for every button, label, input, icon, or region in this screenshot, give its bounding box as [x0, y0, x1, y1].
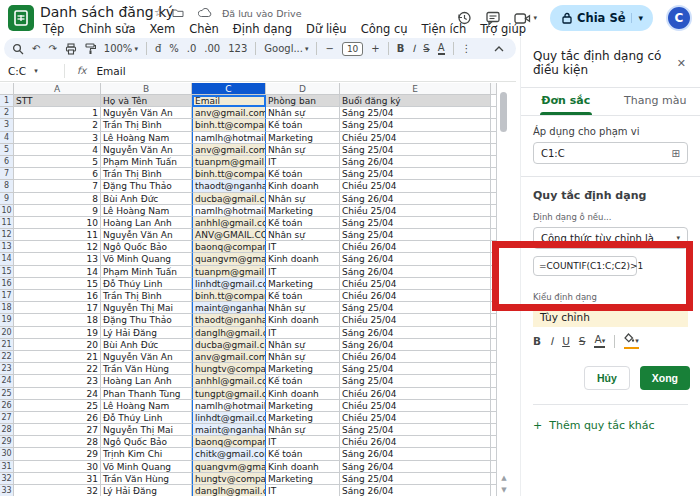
cell[interactable]: Kế toán	[266, 168, 340, 180]
cell[interactable]: Sáng 25/04	[340, 119, 491, 131]
cell[interactable]	[491, 412, 497, 424]
cell[interactable]	[491, 107, 497, 119]
cell[interactable]: Nhân sự	[266, 229, 340, 241]
version-history-icon[interactable]	[456, 10, 472, 26]
cell[interactable]: 32	[14, 485, 101, 496]
cell[interactable]	[491, 193, 497, 205]
row-header-9[interactable]: 9	[0, 193, 14, 205]
cell[interactable]: Ngô Quốc Bảo	[101, 436, 192, 448]
cell[interactable]: 30	[14, 461, 101, 473]
cell[interactable]	[491, 448, 497, 460]
cell[interactable]: 17	[14, 302, 101, 314]
cell[interactable]: Chiều 25/04	[340, 412, 491, 424]
cell[interactable]: 9	[14, 205, 101, 217]
row-header-22[interactable]: 22	[0, 351, 14, 363]
meet-video-icon[interactable]: ▾	[514, 12, 538, 25]
cell[interactable]: 1	[14, 107, 101, 119]
cell[interactable]: Sáng 26/04	[340, 461, 491, 473]
increase-font-size-button[interactable]: +	[371, 43, 379, 54]
row-header-7[interactable]: 7	[0, 168, 14, 180]
bold-button[interactable]: B	[397, 43, 405, 54]
cell[interactable]: ducba@gmail.com	[192, 193, 266, 205]
cell[interactable]: Email	[192, 95, 266, 107]
percent-format-button[interactable]: %	[169, 43, 179, 54]
cell[interactable]: Võ Minh Quang	[101, 461, 192, 473]
cell[interactable]: Nhân sự	[266, 302, 340, 314]
cell[interactable]: Chiều 25/04	[340, 132, 491, 144]
cell[interactable]: tuanpm@gmail.com	[192, 266, 266, 278]
cell[interactable]: Chiều 25/04	[340, 278, 491, 290]
cell[interactable]: binh.tt@company.co	[192, 168, 266, 180]
cancel-button[interactable]: Hủy	[584, 366, 630, 390]
cell[interactable]: Hoàng Lan Anh	[101, 375, 192, 387]
cell[interactable]: Marketing	[266, 132, 340, 144]
cell[interactable]: Chiều 25/04	[340, 180, 491, 192]
cell[interactable]: Chiều 26/04	[340, 290, 491, 302]
print-icon[interactable]	[65, 43, 77, 55]
cell[interactable]	[491, 180, 497, 192]
cell[interactable]: 26	[14, 412, 101, 424]
cell[interactable]: Kế toán	[266, 290, 340, 302]
font-family-select[interactable]: Googl...▾	[264, 43, 308, 54]
row-header-32[interactable]: 32	[0, 473, 14, 485]
cell[interactable]: ducba@gmail.com	[192, 339, 266, 351]
row-header-26[interactable]: 26	[0, 400, 14, 412]
font-size-input[interactable]: 10	[342, 42, 363, 56]
cell[interactable]	[491, 473, 497, 485]
cell[interactable]: IT	[266, 241, 340, 253]
cell[interactable]: Nhân sự	[266, 107, 340, 119]
cell[interactable]: Kế toán	[266, 119, 340, 131]
condition-select[interactable]: Công thức tùy chỉnh là ▾	[533, 227, 688, 249]
cell[interactable]	[491, 302, 497, 314]
cell[interactable]	[491, 266, 497, 278]
cell[interactable]: Sáng 26/04	[340, 253, 491, 265]
cell[interactable]	[491, 217, 497, 229]
cell[interactable]: binh.tt@company.co	[192, 119, 266, 131]
cell[interactable]: STT	[14, 95, 101, 107]
name-box[interactable]: C:C▾	[0, 65, 52, 77]
cell[interactable]: Nguyễn Thị Mai	[101, 302, 192, 314]
cell[interactable]: 4	[14, 144, 101, 156]
scrollbar-thumb[interactable]	[500, 92, 507, 132]
cell[interactable]: 24	[14, 388, 101, 400]
style-strikethrough-button[interactable]: S	[579, 335, 586, 347]
column-header-D[interactable]: D	[266, 83, 340, 95]
cell[interactable]: 6	[14, 168, 101, 180]
cell[interactable]: Buổi đăng ký	[340, 95, 491, 107]
cell[interactable]	[491, 485, 497, 496]
cell[interactable]: baonq@company.co	[192, 436, 266, 448]
increase-decimal-button[interactable]: .00	[204, 43, 220, 54]
row-header-17[interactable]: 17	[0, 290, 14, 302]
cell[interactable]: 18	[14, 314, 101, 326]
range-input[interactable]: C1:C ⊞	[533, 142, 688, 164]
tab-color-scale[interactable]: Thang màu	[611, 88, 700, 115]
cell[interactable]: tungpt@gmail.com	[192, 388, 266, 400]
row-header-33[interactable]: 33	[0, 485, 14, 496]
cell[interactable]: Kinh doanh	[266, 253, 340, 265]
cell[interactable]: Nguyễn Văn An	[101, 107, 192, 119]
currency-format-button[interactable]: đ	[155, 43, 161, 54]
row-header-15[interactable]: 15	[0, 266, 14, 278]
scroll-up-icon[interactable]: ▲	[500, 474, 508, 482]
row-header-10[interactable]: 10	[0, 205, 14, 217]
row-header-27[interactable]: 27	[0, 412, 14, 424]
cell[interactable]: Trần Thị Bình	[101, 168, 192, 180]
cell[interactable]: Sáng 26/04	[340, 327, 491, 339]
row-header-19[interactable]: 19	[0, 314, 14, 326]
cell[interactable]: baonq@company.co	[192, 241, 266, 253]
style-italic-button[interactable]: I	[550, 335, 553, 347]
cell[interactable]	[491, 95, 497, 107]
cell[interactable]: Nhân sự	[266, 351, 340, 363]
cell[interactable]: 16	[14, 290, 101, 302]
cell[interactable]	[491, 290, 497, 302]
cell[interactable]: Trần Thị Bình	[101, 290, 192, 302]
cell[interactable]: namlh@hotmail.com	[192, 132, 266, 144]
cell[interactable]	[491, 205, 497, 217]
cell[interactable]: anhhl@gmail.com	[192, 217, 266, 229]
redo-icon[interactable]: ↷	[48, 43, 56, 54]
cell[interactable]: danglh@gmail.com	[192, 485, 266, 496]
custom-formula-input[interactable]: =COUNTIF(C1:C;C2)>1	[533, 256, 637, 276]
star-icon[interactable]: ☆	[154, 6, 164, 19]
cell[interactable]: ANV@GMAIL.COM	[192, 229, 266, 241]
cell[interactable]: anv@gmail.com	[192, 107, 266, 119]
